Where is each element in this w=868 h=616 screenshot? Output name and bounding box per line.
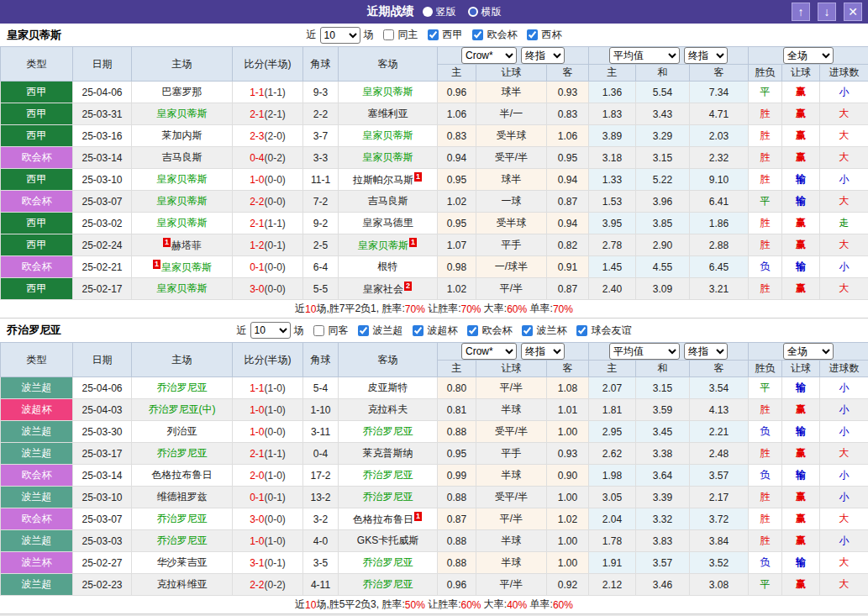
team-name[interactable]: 吉马良斯 bbox=[368, 195, 408, 207]
team-name[interactable]: 皇家贝蒂斯 bbox=[157, 173, 208, 185]
result-goals: 小 bbox=[820, 256, 868, 278]
team-name[interactable]: 皇家贝蒂斯 bbox=[363, 86, 413, 97]
handicap-home-odds: 0.81 bbox=[438, 399, 476, 421]
close-button[interactable]: ✕ bbox=[844, 3, 862, 21]
team-name[interactable]: 塞维利亚 bbox=[368, 108, 408, 119]
match-count-select[interactable]: 10 bbox=[250, 322, 291, 339]
league-filter-checkbox[interactable] bbox=[428, 29, 439, 40]
summary-text: 近 bbox=[295, 302, 305, 316]
col-handicap-away: 客 bbox=[547, 361, 589, 377]
match-date: 25-04-06 bbox=[73, 377, 132, 399]
team-name[interactable]: 列治亚 bbox=[167, 425, 197, 437]
avg-draw-odds: 3.45 bbox=[636, 421, 690, 443]
team-name[interactable]: 乔治罗尼亚 bbox=[363, 556, 413, 568]
team-name[interactable]: 乔治罗尼亚(中) bbox=[149, 403, 216, 415]
match-count-select[interactable]: 10 bbox=[320, 27, 360, 44]
result-outcome: 胜 bbox=[749, 399, 782, 421]
handicap-away-odds: 0.94 bbox=[547, 169, 589, 191]
score-cell: 2-1(1-1) bbox=[233, 443, 303, 465]
team-name[interactable]: 皮亚斯特 bbox=[368, 382, 408, 393]
team-name[interactable]: 克拉科夫 bbox=[368, 403, 408, 415]
team-name[interactable]: 莱加内斯 bbox=[162, 129, 203, 141]
layout-horizontal-radio[interactable]: 横版 bbox=[468, 5, 502, 19]
league-filter-checkbox[interactable] bbox=[576, 325, 587, 336]
average-select[interactable]: 平均值 bbox=[609, 343, 680, 360]
fulltime-score: 0-1 bbox=[250, 261, 264, 273]
result-handicap: 赢 bbox=[782, 213, 820, 234]
team-name[interactable]: 皇家贝蒂斯 bbox=[363, 129, 413, 141]
team-name[interactable]: 皇家贝蒂斯 bbox=[161, 261, 212, 273]
home-team-cell: 乔治罗尼亚(中) bbox=[132, 399, 233, 421]
team-name[interactable]: 皇家贝蒂斯 bbox=[358, 240, 408, 251]
team-name[interactable]: 维德祖罗兹 bbox=[157, 491, 208, 503]
league-filter-checkbox[interactable] bbox=[522, 325, 533, 336]
col-goals: 进球数 bbox=[820, 361, 868, 377]
team-name[interactable]: 克拉科维亚 bbox=[157, 578, 208, 590]
avg-home-odds: 2.62 bbox=[589, 443, 636, 465]
team-name[interactable]: 皇家贝蒂斯 bbox=[157, 195, 208, 207]
team-name[interactable]: 吉马良斯 bbox=[162, 151, 203, 163]
team-name[interactable]: 皇家贝蒂斯 bbox=[363, 151, 413, 163]
team-name[interactable]: 皇家马德里 bbox=[363, 217, 413, 229]
full-match-select[interactable]: 全场 bbox=[783, 47, 834, 64]
same-venue-checkbox[interactable] bbox=[383, 29, 394, 40]
team-name[interactable]: 根特 bbox=[378, 261, 398, 272]
team-name[interactable]: 乔治罗尼亚 bbox=[157, 534, 208, 546]
team-name[interactable]: 色格拉布鲁日 bbox=[353, 513, 413, 525]
move-down-button[interactable]: ↓ bbox=[818, 3, 836, 21]
team-name[interactable]: 乔治罗尼亚 bbox=[363, 491, 413, 503]
move-up-button[interactable]: ↑ bbox=[792, 3, 810, 21]
team-name[interactable]: 乔治罗尼亚 bbox=[363, 578, 413, 590]
team-name[interactable]: 赫塔菲 bbox=[171, 240, 202, 251]
summary-text: 10 bbox=[305, 303, 316, 315]
team-name[interactable]: 拉斯帕尔马斯 bbox=[353, 174, 413, 186]
team-name[interactable]: 皇家贝蒂斯 bbox=[157, 108, 208, 119]
league-filter-checkbox[interactable] bbox=[527, 29, 538, 40]
average-select[interactable]: 平均值 bbox=[609, 47, 680, 64]
team-name[interactable]: 皇家贝蒂斯 bbox=[157, 217, 208, 229]
final-odds-select-2[interactable]: 终指 bbox=[684, 47, 728, 64]
team-name[interactable]: GKS卡托威斯 bbox=[357, 534, 418, 546]
fulltime-score: 3-0 bbox=[250, 283, 264, 295]
avg-draw-odds: 3.46 bbox=[636, 574, 690, 596]
avg-draw-odds: 3.29 bbox=[636, 125, 690, 147]
team-name[interactable]: 皇家社会 bbox=[363, 283, 403, 295]
team-name[interactable]: 皇家贝蒂斯 bbox=[157, 282, 208, 294]
league-filter-checkbox[interactable] bbox=[413, 325, 423, 336]
full-match-select[interactable]: 全场 bbox=[783, 343, 834, 360]
team-name[interactable]: 华沙莱吉亚 bbox=[157, 556, 208, 568]
team-name[interactable]: 莱克普斯纳 bbox=[363, 447, 413, 459]
team-name[interactable]: 乔治罗尼亚 bbox=[157, 447, 208, 459]
layout-vertical-radio[interactable]: 竖版 bbox=[423, 5, 456, 19]
bookmaker-select[interactable]: Crow* bbox=[461, 47, 517, 64]
league-filter-checkbox[interactable] bbox=[467, 325, 478, 336]
fulltime-score: 3-1 bbox=[250, 557, 264, 569]
team-name[interactable]: 巴塞罗那 bbox=[162, 86, 203, 97]
same-venue-checkbox[interactable] bbox=[313, 325, 324, 336]
results-table: 类型 日期 主场 比分(半场) 角球 客场 Crow* 终指 平均值 终指 全场 bbox=[0, 46, 868, 300]
team-name[interactable]: 乔治罗尼亚 bbox=[157, 382, 208, 393]
result-handicap: 赢 bbox=[782, 574, 820, 596]
score-cell: 1-1(1-0) bbox=[233, 377, 303, 399]
final-odds-select-2[interactable]: 终指 bbox=[684, 343, 728, 360]
match-row: 欧会杯25-03-14吉马良斯0-4(0-2)3-3皇家贝蒂斯0.94受平/半0… bbox=[1, 147, 868, 169]
handicap-line: 平/半 bbox=[476, 278, 547, 300]
league-filter-checkbox[interactable] bbox=[472, 29, 483, 40]
team-name[interactable]: 乔治罗尼亚 bbox=[363, 425, 413, 437]
final-odds-select[interactable]: 终指 bbox=[521, 47, 565, 64]
home-team-cell: 乔治罗尼亚 bbox=[132, 508, 233, 530]
result-goals: 小 bbox=[820, 530, 868, 552]
match-date: 25-04-03 bbox=[73, 399, 132, 421]
summary-text: 60% bbox=[553, 599, 573, 611]
team-name[interactable]: 乔治罗尼亚 bbox=[363, 469, 413, 481]
team-name[interactable]: 乔治罗尼亚 bbox=[157, 513, 208, 524]
team-name[interactable]: 色格拉布鲁日 bbox=[152, 469, 213, 481]
avg-away-odds: 3.52 bbox=[690, 552, 749, 574]
handicap-line: 受平/半 bbox=[476, 487, 547, 508]
league-filter-checkbox[interactable] bbox=[358, 325, 369, 336]
avg-draw-odds: 5.22 bbox=[636, 169, 690, 191]
handicap-line: 平/半 bbox=[476, 508, 547, 530]
final-odds-select[interactable]: 终指 bbox=[521, 343, 565, 360]
bookmaker-select[interactable]: Crow* bbox=[461, 343, 517, 360]
section-filter-bar: 乔治罗尼亚 近10场同客波兰超波超杯欧会杯波兰杯球会友谊 bbox=[0, 319, 868, 342]
